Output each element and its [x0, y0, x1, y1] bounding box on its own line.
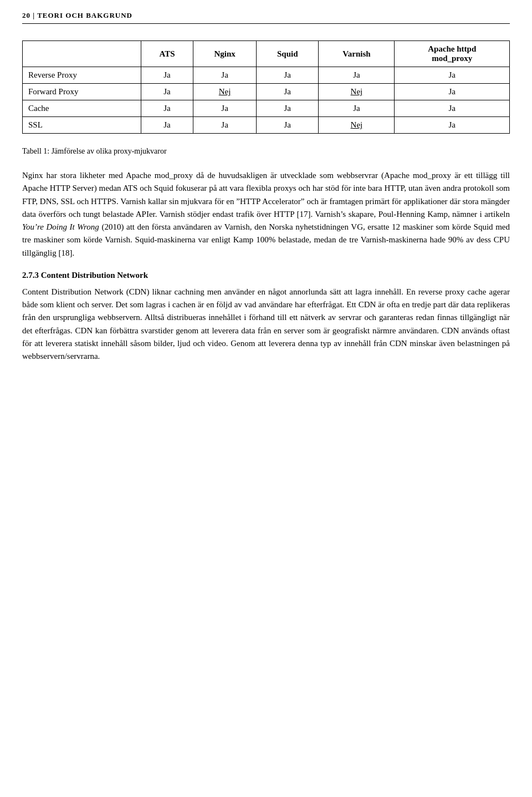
cell-ssl-varnish: Nej: [319, 117, 395, 134]
table-caption: Tabell 1: Jämförelse av olika proxy-mjuk…: [22, 147, 510, 156]
cell-cache-apache: Ja: [395, 100, 510, 117]
cell-fp-nginx: Nej: [193, 84, 257, 100]
col-header-empty: [23, 41, 141, 67]
italic-title: You’re Doing It Wrong: [22, 222, 99, 231]
cell-rp-nginx: Ja: [193, 67, 257, 84]
table-row: Cache Ja Ja Ja Ja Ja: [23, 100, 510, 117]
col-header-ats: ATS: [141, 41, 193, 67]
header-text: 20 | TEORI OCH BAKGRUND: [22, 11, 132, 19]
cell-fp-apache: Ja: [395, 84, 510, 100]
page-header: 20 | TEORI OCH BAKGRUND: [22, 11, 510, 24]
col-header-apache: Apache httpdmod_proxy: [395, 41, 510, 67]
body-paragraph-1: Nginx har stora likheter med Apache mod_…: [22, 169, 510, 260]
col-header-varnish: Varnish: [319, 41, 395, 67]
cell-cache-ats: Ja: [141, 100, 193, 117]
row-label-ssl: SSL: [23, 117, 141, 134]
cell-fp-squid: Ja: [257, 84, 319, 100]
cell-ssl-ats: Ja: [141, 117, 193, 134]
cell-fp-varnish: Nej: [319, 84, 395, 100]
cell-cache-nginx: Ja: [193, 100, 257, 117]
cell-rp-squid: Ja: [257, 67, 319, 84]
cell-cache-varnish: Ja: [319, 100, 395, 117]
col-header-squid: Squid: [257, 41, 319, 67]
cell-ssl-squid: Ja: [257, 117, 319, 134]
col-header-nginx: Nginx: [193, 41, 257, 67]
table-row: Reverse Proxy Ja Ja Ja Ja Ja: [23, 67, 510, 84]
row-label-forward-proxy: Forward Proxy: [23, 84, 141, 100]
section-heading-cdn: 2.7.3 Content Distribution Network: [22, 271, 510, 280]
cell-ssl-nginx: Ja: [193, 117, 257, 134]
cell-ssl-apache: Ja: [395, 117, 510, 134]
cell-rp-varnish: Ja: [319, 67, 395, 84]
cell-fp-ats: Ja: [141, 84, 193, 100]
body-paragraph-2: Content Distribution Network (CDN) likna…: [22, 286, 510, 363]
cell-rp-apache: Ja: [395, 67, 510, 84]
cell-cache-squid: Ja: [257, 100, 319, 117]
row-label-reverse-proxy: Reverse Proxy: [23, 67, 141, 84]
table-row: Forward Proxy Ja Nej Ja Nej Ja: [23, 84, 510, 100]
comparison-table: ATS Nginx Squid Varnish Apache httpdmod_…: [22, 40, 510, 134]
cell-rp-ats: Ja: [141, 67, 193, 84]
row-label-cache: Cache: [23, 100, 141, 117]
table-row: SSL Ja Ja Ja Nej Ja: [23, 117, 510, 134]
